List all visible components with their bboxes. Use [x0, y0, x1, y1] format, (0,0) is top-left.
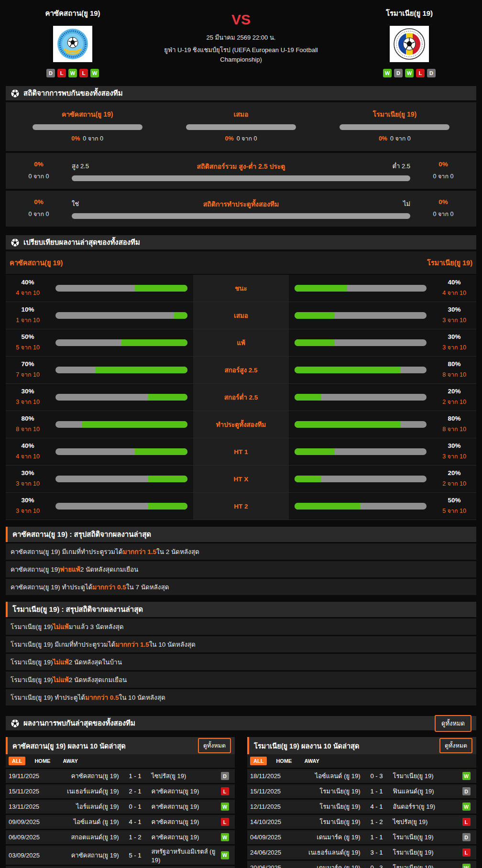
away-count: 2 จาก 10	[442, 479, 466, 488]
tab-all[interactable]: ALL	[9, 757, 25, 765]
away-pct: 30%	[448, 333, 460, 340]
result-cell: L	[459, 818, 473, 826]
table-row[interactable]: 20/11/2024คาซัคสถาน(ยู 19)1 - 2สโลวีเนีย…	[6, 866, 235, 868]
home-bar-fill	[174, 312, 187, 319]
result-cell: W	[218, 851, 232, 859]
result-badge-l: L	[221, 787, 229, 795]
match-date: 24/06/2025	[250, 849, 294, 856]
summary-header: คาซัคสถาน(ยู 19) : สรุปสถิติจากผลงานล่าส…	[6, 527, 476, 542]
home-bar	[55, 476, 187, 482]
summary-row: คาซัคสถาน(ยู 19) มีเกมที่ทำประตูรวมได้ ม…	[6, 543, 476, 560]
comparison-row: 80%8 จาก 10ทำประตูทั้งสองทีม80%8 จาก 10	[6, 411, 476, 438]
home-stat: 10%1 จาก 10	[6, 302, 50, 329]
home-team: ไอซ์แลนด์ (ยู 19)	[53, 817, 123, 827]
result-badge-l: L	[462, 818, 471, 826]
tab-away[interactable]: AWAY	[301, 757, 322, 765]
away-count: 8 จาก 10	[442, 424, 466, 434]
view-all-button[interactable]: ดูทั้งหมด	[198, 738, 231, 753]
table-row[interactable]: 20/06/2025เดนมาร์ค (ยู 19)0 - 3โรมาเนีย(…	[247, 861, 476, 868]
comparison-row-label: ทำประตูทั้งสองทีม	[193, 411, 289, 438]
home-pct: 30%	[21, 469, 34, 477]
view-all-button[interactable]: ดูทั้งหมด	[439, 738, 472, 753]
summary-row: คาซัคสถาน(ยู 19) พ่ายแพ้ 2 นัดหลังสุดเกม…	[6, 561, 476, 577]
table-row[interactable]: 04/09/2025เดนมาร์ค (ยู 19)1 - 1โรมาเนีย(…	[247, 830, 476, 844]
h2h-column-stat: 0%0 จาก 0	[379, 134, 411, 143]
away-bar	[295, 339, 427, 346]
result-cell: L	[459, 848, 473, 857]
summary-text: โรมาเนีย(ยู 19) มีเกมที่ทำประตูรวมได้	[11, 639, 115, 650]
away-bar-wrap	[289, 438, 432, 465]
tab-all[interactable]: ALL	[250, 757, 267, 765]
result-badge-d: D	[221, 772, 229, 780]
under-count: 0 จาก 0	[417, 172, 470, 181]
home-team: คาซัคสถาน(ยู 19)	[53, 771, 123, 781]
match-date: 13/11/2025	[9, 803, 53, 810]
away-stat: 30%3 จาก 10	[432, 302, 476, 329]
form-badge-d: D	[394, 69, 403, 77]
h2h-section-title: สถิติจากการพบกันของทั้งสองทีม	[23, 87, 123, 99]
away-bar-fill	[295, 367, 400, 373]
result-badge-d: D	[462, 787, 471, 795]
home-team: เดนมาร์ค (ยู 19)	[294, 832, 364, 842]
table-row[interactable]: 24/06/2025เนเธอร์แลนด์(ยู 19)3 - 1โรมาเน…	[247, 846, 476, 859]
match-header: คาซัคสถาน(ยู 19) DLWLW VS 25 มีนาคม 2569…	[6, 5, 476, 82]
btts-no-stat: 0% 0 จาก 0	[417, 198, 470, 219]
highlighted-stat: มากกว่า 1.5	[123, 546, 157, 557]
home-stat: 50%5 จาก 10	[6, 329, 50, 356]
over-stat: 0% 0 จาก 0	[12, 161, 65, 181]
away-bar-wrap	[289, 466, 432, 492]
highlighted-stat: ไม่แพ้	[53, 657, 68, 667]
table-row[interactable]: 06/09/2025สกอตแลนด์(ยู 19)1 - 2คาซัคสถาน…	[6, 830, 235, 844]
table-row[interactable]: 12/11/2025โรมาเนีย(ยู 19)4 - 1อันดอร์รา(…	[247, 800, 476, 814]
away-team: โรมาเนีย(ยู 19)	[389, 847, 460, 857]
match-score: 0 - 3	[364, 864, 389, 868]
home-bar-wrap	[50, 302, 193, 329]
table-row[interactable]: 19/11/2025คาซัคสถาน(ยู 19)1 - 1ไซปรัส(ยู…	[6, 769, 235, 783]
away-bar-wrap	[289, 275, 432, 302]
table-row[interactable]: 15/11/2025เนเธอร์แลนด์(ยู 19)2 - 1คาซัคส…	[6, 784, 235, 798]
table-row[interactable]: 13/11/2025ไอร์แลนด์(ยู 19)0 - 1คาซัคสถาน…	[6, 800, 235, 814]
home-stat: 80%8 จาก 10	[6, 411, 50, 438]
away-bar-fill	[295, 394, 321, 401]
comparison-row: 30%3 จาก 10HT 250%5 จาก 10	[6, 493, 476, 520]
home-team: เนเธอร์แลนด์(ยู 19)	[53, 786, 123, 796]
btts-no-count: 0 จาก 0	[417, 209, 470, 219]
table-row[interactable]: 15/11/2025โรมาเนีย(ยู 19)1 - 1ฟินแลนด์(ย…	[247, 784, 476, 798]
away-bar	[295, 448, 427, 455]
table-row[interactable]: 18/11/2025ไอซ์แลนด์ (ยู 19)0 - 3โรมาเนีย…	[247, 769, 476, 783]
away-bar-fill	[295, 339, 334, 346]
h2h-column: เสมอ0%0 จาก 0	[164, 109, 318, 143]
h2h-bar	[340, 124, 449, 130]
table-row[interactable]: 09/09/2025ไอซ์แลนด์ (ยู 19)4 - 1คาซัคสถา…	[6, 815, 235, 829]
table-row[interactable]: 14/10/2025โรมาเนีย(ยู 19)1 - 2ไซปรัส(ยู …	[247, 815, 476, 829]
summary-text: โรมาเนีย(ยู 19)	[11, 674, 53, 685]
home-stat: 30%3 จาก 10	[6, 384, 50, 411]
match-date: 18/11/2025	[250, 772, 294, 780]
home-bar	[55, 339, 187, 346]
home-pct: 50%	[21, 333, 34, 340]
result-cell: L	[218, 787, 232, 795]
tab-home[interactable]: HOME	[273, 757, 295, 765]
h2h-column: โรมาเนีย(ยู 19)0%0 จาก 0	[318, 109, 471, 143]
form-badge-l: L	[79, 69, 88, 77]
tab-away[interactable]: AWAY	[59, 757, 81, 765]
view-all-button[interactable]: ดูทั้งหมด	[435, 715, 471, 732]
home-bar-wrap	[50, 329, 193, 356]
away-team: สหรัฐอาหรับเอมิเรตส์ (ยู 19)	[148, 846, 218, 864]
away-stat: 80%8 จาก 10	[432, 357, 476, 383]
table-row[interactable]: 03/09/2025คาซัคสถาน(ยู 19)5 - 1สหรัฐอาหร…	[6, 846, 235, 865]
summary-text: ใน 10 นัดหลังสุด	[149, 639, 196, 650]
away-bar	[295, 503, 427, 510]
home-team: เดนมาร์ค (ยู 19)	[294, 863, 364, 868]
over-count: 0 จาก 0	[12, 172, 65, 181]
home-bar-fill	[82, 421, 187, 428]
tab-home[interactable]: HOME	[31, 757, 54, 765]
home-pct: 30%	[21, 497, 34, 504]
btts-yes-stat: 0% 0 จาก 0	[12, 198, 65, 219]
away-stat: 20%2 จาก 10	[432, 384, 476, 411]
summary-row: โรมาเนีย(ยู 19) ไม่แพ้ 2 นัดหลังสุดเกมเย…	[6, 672, 476, 688]
btts-yes-count: 0 จาก 0	[12, 209, 65, 219]
away-bar-fill	[295, 312, 334, 319]
home-bar-wrap	[50, 411, 193, 438]
away-team: โรมาเนีย(ยู 19)	[389, 863, 460, 868]
